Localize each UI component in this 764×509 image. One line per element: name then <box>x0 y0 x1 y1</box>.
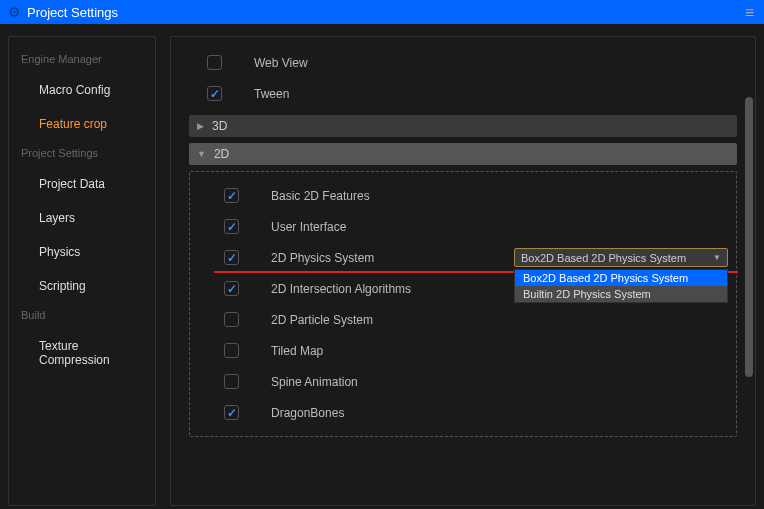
group-header-3d[interactable]: ▶ 3D <box>189 115 737 137</box>
sidebar: Engine Manager Macro Config Feature crop… <box>8 36 156 506</box>
checkbox-tiledmap[interactable] <box>224 343 239 358</box>
feature-row-particle: 2D Particle System <box>198 304 728 335</box>
header-title: Project Settings <box>27 5 118 20</box>
feature-row-tween: Tween <box>189 78 737 109</box>
feature-label: 2D Physics System <box>271 251 374 265</box>
feature-row-webview: Web View <box>189 47 737 78</box>
checkbox-particle[interactable] <box>224 312 239 327</box>
checkbox-ui[interactable] <box>224 219 239 234</box>
feature-row-ui: User Interface <box>198 211 728 242</box>
content-panel: Web View Tween ▶ 3D ▼ 2D Basic 2D Featur… <box>170 36 756 506</box>
feature-label: DragonBones <box>271 406 344 420</box>
feature-row-tiledmap: Tiled Map <box>198 335 728 366</box>
feature-label: Spine Animation <box>271 375 358 389</box>
sidebar-item-feature-crop[interactable]: Feature crop <box>9 107 155 141</box>
chevron-down-icon: ▼ <box>713 253 721 262</box>
feature-label: Web View <box>254 56 308 70</box>
dropdown-selected-text: Box2D Based 2D Physics System <box>521 252 686 264</box>
section-header-project: Project Settings <box>9 141 155 167</box>
feature-label: 2D Particle System <box>271 313 373 327</box>
checkbox-spine[interactable] <box>224 374 239 389</box>
feature-label: Tween <box>254 87 289 101</box>
physics-dropdown-menu: Box2D Based 2D Physics System Builtin 2D… <box>514 269 728 303</box>
chevron-right-icon: ▶ <box>197 121 204 131</box>
header-bar: ⚙ Project Settings <box>0 0 764 24</box>
group-body-2d: Basic 2D Features User Interface 2D Phys… <box>189 171 737 437</box>
feature-row-basic2d: Basic 2D Features <box>198 180 728 211</box>
sidebar-item-scripting[interactable]: Scripting <box>9 269 155 303</box>
feature-label: User Interface <box>271 220 346 234</box>
feature-label: Basic 2D Features <box>271 189 370 203</box>
sidebar-item-physics[interactable]: Physics <box>9 235 155 269</box>
checkbox-intersection[interactable] <box>224 281 239 296</box>
physics-engine-dropdown[interactable]: Box2D Based 2D Physics System ▼ <box>514 248 728 267</box>
sidebar-item-texture-compression[interactable]: Texture Compression <box>9 329 155 377</box>
feature-label: 2D Intersection Algorithms <box>271 282 411 296</box>
group-title: 2D <box>214 147 229 161</box>
chevron-down-icon: ▼ <box>197 149 206 159</box>
sidebar-item-layers[interactable]: Layers <box>9 201 155 235</box>
feature-row-dragonbones: DragonBones <box>198 397 728 428</box>
checkbox-tween[interactable] <box>207 86 222 101</box>
menu-icon[interactable]: ≡ <box>745 4 754 22</box>
scrollbar[interactable] <box>745 97 753 377</box>
feature-row-physics2d: 2D Physics System Box2D Based 2D Physics… <box>198 242 728 273</box>
checkbox-basic2d[interactable] <box>224 188 239 203</box>
checkbox-dragonbones[interactable] <box>224 405 239 420</box>
checkbox-webview[interactable] <box>207 55 222 70</box>
sidebar-item-project-data[interactable]: Project Data <box>9 167 155 201</box>
group-header-2d[interactable]: ▼ 2D <box>189 143 737 165</box>
feature-label: Tiled Map <box>271 344 323 358</box>
checkbox-physics2d[interactable] <box>224 250 239 265</box>
feature-row-spine: Spine Animation <box>198 366 728 397</box>
dropdown-option-builtin[interactable]: Builtin 2D Physics System <box>515 286 727 302</box>
gear-icon: ⚙ <box>8 4 21 20</box>
section-header-build: Build <box>9 303 155 329</box>
section-header-engine: Engine Manager <box>9 47 155 73</box>
dropdown-option-box2d[interactable]: Box2D Based 2D Physics System <box>515 270 727 286</box>
sidebar-item-macro-config[interactable]: Macro Config <box>9 73 155 107</box>
group-title: 3D <box>212 119 227 133</box>
